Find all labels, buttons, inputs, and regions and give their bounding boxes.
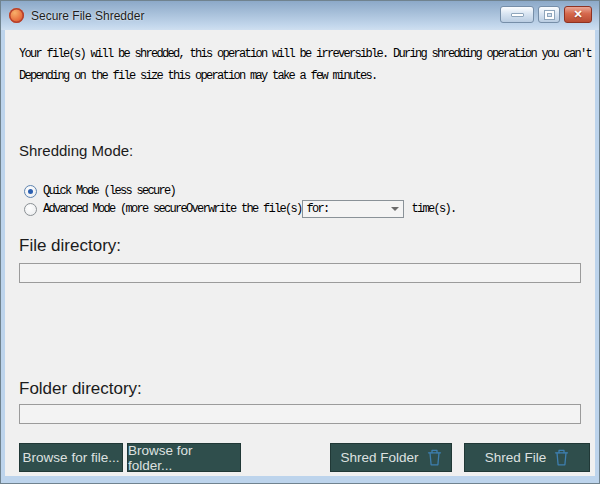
file-directory-input[interactable]: [19, 263, 581, 283]
quick-mode-option[interactable]: Quick Mode (less secure): [24, 182, 595, 200]
quick-mode-radio[interactable]: [24, 185, 37, 198]
browse-for-folder-button[interactable]: Browse for folder...: [127, 443, 241, 472]
maximize-icon: [545, 11, 554, 19]
window-content: Your file(s) will be shredded, this oper…: [5, 30, 595, 476]
advanced-mode-option[interactable]: Advanced Mode (more secureOverwrite the …: [24, 200, 595, 218]
shred-file-button[interactable]: Shred File: [464, 443, 590, 472]
shred-folder-button[interactable]: Shred Folder: [330, 443, 452, 472]
folder-directory-heading: Folder directory:: [19, 378, 595, 400]
app-icon: [9, 8, 24, 23]
advanced-mode-label: Advanced Mode (more secure: [43, 202, 186, 216]
warning-line-2: Depending on the file size this operatio…: [19, 65, 595, 87]
app-window: Secure File Shredder ✕ Your file(s) will…: [0, 0, 600, 484]
titlebar[interactable]: Secure File Shredder ✕: [1, 1, 599, 30]
maximize-button[interactable]: [538, 6, 560, 23]
window-controls: ✕: [500, 6, 592, 23]
overwrite-label: Overwrite the file(s): [186, 202, 302, 216]
chevron-down-icon: [391, 207, 399, 211]
window-title: Secure File Shredder: [31, 9, 144, 23]
warning-line-1: Your file(s) will be shredded, this oper…: [19, 43, 595, 65]
minimize-icon: [511, 13, 524, 17]
folder-directory-input[interactable]: [19, 404, 581, 424]
file-directory-heading: File directory:: [19, 235, 595, 257]
minimize-button[interactable]: [500, 6, 534, 23]
advanced-mode-radio[interactable]: [24, 203, 37, 216]
shred-file-label: Shred File: [485, 450, 547, 465]
shredding-mode-options: Quick Mode (less secure) Advanced Mode (…: [24, 182, 595, 218]
browse-for-folder-label: Browse for folder...: [128, 443, 240, 473]
overwrite-times-value: for:: [307, 202, 391, 216]
close-button[interactable]: ✕: [564, 6, 592, 23]
overwrite-times-select[interactable]: for:: [302, 200, 404, 218]
browse-for-file-button[interactable]: Browse for file...: [19, 443, 123, 472]
browse-for-file-label: Browse for file...: [23, 450, 120, 465]
trash-icon: [554, 449, 569, 466]
close-icon: ✕: [573, 9, 582, 20]
action-buttons: Browse for file... Browse for folder... …: [5, 443, 595, 472]
warning-text: Your file(s) will be shredded, this oper…: [19, 43, 595, 87]
quick-mode-label: Quick Mode (less secure): [43, 184, 175, 198]
trash-icon: [427, 449, 442, 466]
shred-folder-label: Shred Folder: [340, 450, 418, 465]
shredding-mode-heading: Shredding Mode:: [19, 141, 595, 161]
times-label: time(s).: [412, 202, 456, 216]
